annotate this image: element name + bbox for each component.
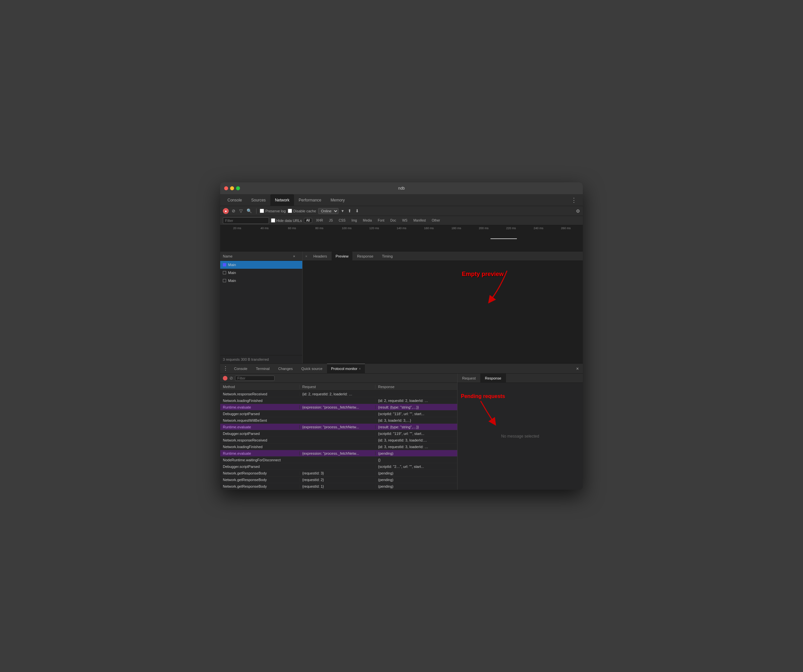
filter-manifest[interactable]: Manifest [411, 218, 428, 223]
proto-row-3[interactable]: Debugger.scriptParsed {scriptId: "118", … [220, 410, 457, 417]
bottom-tab-protocol[interactable]: Protocol monitor × [327, 364, 365, 374]
bottom-panel: ⋮ Console Terminal Changes Quick source … [220, 364, 583, 490]
tick-120ms: 120 ms [360, 226, 388, 230]
proto-row-9[interactable]: Runtime.evaluate {expression: "process._… [220, 450, 457, 457]
tab-preview[interactable]: Preview [332, 252, 353, 261]
bottom-tab-console[interactable]: Console [230, 364, 251, 374]
request-item-3[interactable]: Main [220, 277, 302, 285]
filter-img[interactable]: Img [349, 218, 359, 223]
stop-icon[interactable]: ⊘ [231, 208, 236, 213]
tick-40ms: 40 ms [251, 226, 278, 230]
proto-row-14[interactable]: Network.getResponseBody {requestId: 1} (… [220, 483, 457, 490]
timeline-axis: 20 ms 40 ms 60 ms 80 ms 100 ms 120 ms 14… [220, 226, 583, 230]
detail-panel: × Headers Preview Response Timing Empty … [302, 252, 583, 363]
tab-console[interactable]: Console [223, 194, 247, 206]
filter-icon[interactable]: ▽ [238, 208, 244, 213]
title-bar: ndb [220, 182, 583, 194]
preserve-log-label[interactable]: Preserve log [260, 209, 286, 213]
close-button[interactable] [224, 186, 228, 190]
proto-stop-icon[interactable]: ⊘ [229, 376, 233, 381]
proto-row-4[interactable]: Network.requestWillBeSent {id: 3, loader… [220, 417, 457, 424]
proto-detail-tabs: Request Response [458, 374, 583, 383]
tab-response[interactable]: Response [353, 252, 377, 261]
filter-input[interactable] [223, 217, 269, 224]
bottom-tabs: ⋮ Console Terminal Changes Quick source … [220, 364, 583, 374]
filter-media[interactable]: Media [361, 218, 374, 223]
minimize-button[interactable] [230, 186, 234, 190]
filter-doc[interactable]: Doc [388, 218, 398, 223]
throttle-select[interactable]: Online [318, 208, 338, 214]
proto-row-7[interactable]: Network.responseReceived {id: 3, request… [220, 437, 457, 444]
req-color-2 [223, 271, 226, 274]
nav-more-button[interactable]: ⋮ [568, 197, 580, 204]
tick-80ms: 80 ms [306, 226, 333, 230]
settings-icon[interactable]: ⚙ [576, 208, 580, 214]
proto-row-13[interactable]: Network.getResponseBody {requestId: 2} (… [220, 477, 457, 483]
tick-240ms: 240 ms [525, 226, 552, 230]
bottom-tab-quicksource[interactable]: Quick source [297, 364, 326, 374]
import-icon[interactable]: ⬆ [347, 208, 353, 213]
proto-row-11[interactable]: Debugger.scriptParsed {scriptId: "2…", u… [220, 463, 457, 470]
tab-performance[interactable]: Performance [294, 194, 326, 206]
proto-row-5[interactable]: Runtime.evaluate {expression: "process._… [220, 424, 457, 430]
tab-memory[interactable]: Memory [326, 194, 349, 206]
disable-cache-label[interactable]: Disable cache [288, 209, 316, 213]
export-icon[interactable]: ⬇ [354, 208, 360, 213]
hide-data-urls-label[interactable]: Hide data URLs [271, 218, 302, 223]
proto-row-10[interactable]: NodeRuntime.waitingForDisconnect {} [220, 457, 457, 463]
search-icon[interactable]: 🔍 [245, 208, 253, 213]
filter-font[interactable]: Font [376, 218, 386, 223]
tick-140ms: 140 ms [388, 226, 415, 230]
maximize-button[interactable] [236, 186, 240, 190]
tab-network[interactable]: Network [270, 194, 294, 206]
proto-filter-input[interactable] [235, 376, 275, 381]
filter-xhr[interactable]: XHR [314, 218, 325, 223]
filter-js[interactable]: JS [327, 218, 335, 223]
hide-data-urls-checkbox[interactable] [271, 218, 275, 223]
bottom-tab-terminal[interactable]: Terminal [252, 364, 274, 374]
col-close-header: × [293, 254, 300, 258]
proto-row-0[interactable]: Network.responseReceived {id: 2, request… [220, 391, 457, 397]
tick-180ms: 180 ms [443, 226, 470, 230]
no-message-label: No message selected [501, 434, 539, 439]
bottom-tabs-more[interactable]: ⋮ [221, 365, 229, 373]
proto-tab-request[interactable]: Request [458, 374, 480, 383]
tick-20ms: 20 ms [223, 226, 251, 230]
req-name-1: Main [228, 263, 236, 267]
detail-tab-close[interactable]: × [304, 254, 309, 258]
filter-all[interactable]: All [304, 218, 312, 223]
record-button[interactable]: ● [223, 208, 229, 214]
request-item-2[interactable]: Main [220, 269, 302, 277]
tick-60ms: 60 ms [278, 226, 306, 230]
protocol-rows: Network.responseReceived {id: 2, request… [220, 391, 457, 490]
filter-other[interactable]: Other [430, 218, 442, 223]
tab-headers[interactable]: Headers [309, 252, 331, 261]
throttle-arrow-icon: ▾ [341, 208, 345, 213]
tab-timing[interactable]: Timing [378, 252, 397, 261]
protocol-list: ⊘ Method Request Response Network.respon… [220, 374, 458, 490]
req-color-3 [223, 279, 226, 282]
tab-sources[interactable]: Sources [247, 194, 270, 206]
proto-tab-response[interactable]: Response [480, 374, 506, 383]
proto-detail: Pending requests Request Response [458, 374, 583, 490]
proto-record-button[interactable] [223, 376, 228, 381]
disable-cache-checkbox[interactable] [288, 209, 292, 213]
protocol-tab-close[interactable]: × [359, 367, 361, 371]
proto-row-8[interactable]: Network.loadingFinished {id: 3, requestI… [220, 444, 457, 450]
proto-row-6[interactable]: Debugger.scriptParsed {scriptId: "119", … [220, 430, 457, 437]
filter-css[interactable]: CSS [337, 218, 348, 223]
proto-row-12[interactable]: Network.getResponseBody {requestId: 3} (… [220, 470, 457, 477]
bottom-panel-close[interactable]: × [574, 366, 582, 371]
tick-160ms: 160 ms [415, 226, 443, 230]
proto-row-1[interactable]: Network.loadingFinished {id: 2, requestI… [220, 397, 457, 404]
bottom-tab-changes[interactable]: Changes [274, 364, 297, 374]
request-item-1[interactable]: Main [220, 261, 302, 269]
col-name-header: Name [223, 254, 290, 258]
col-method-header: Method [220, 385, 299, 389]
filter-ws[interactable]: WS [400, 218, 410, 223]
timeline: 20 ms 40 ms 60 ms 80 ms 100 ms 120 ms 14… [220, 225, 583, 252]
col-response-header: Response [375, 385, 457, 389]
proto-row-2[interactable]: Runtime.evaluate {expression: "process._… [220, 404, 457, 410]
req-name-3: Main [228, 278, 236, 283]
preserve-log-checkbox[interactable] [260, 209, 264, 213]
